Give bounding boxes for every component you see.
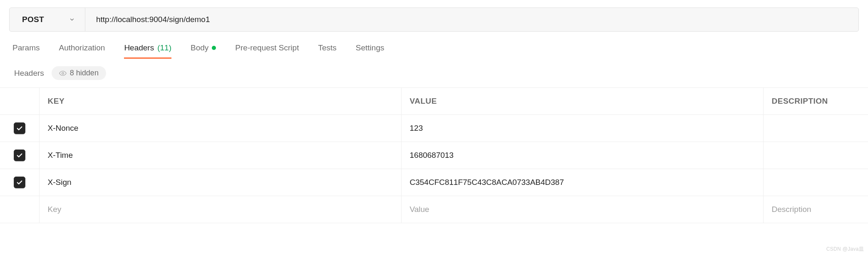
row-checkbox[interactable] bbox=[14, 122, 25, 134]
header-desc-cell[interactable] bbox=[763, 169, 868, 196]
hidden-count-label: 8 hidden bbox=[70, 69, 99, 77]
method-select[interactable]: POST bbox=[10, 8, 85, 31]
column-header-description: DESCRIPTION bbox=[763, 88, 868, 115]
headers-title: Headers bbox=[14, 69, 44, 78]
svg-point-0 bbox=[62, 72, 64, 74]
header-value-input[interactable]: Value bbox=[401, 196, 763, 223]
request-tabs: Params Authorization Headers (11) Body P… bbox=[0, 32, 868, 59]
header-key-cell[interactable]: X-Sign bbox=[39, 169, 401, 196]
tab-tests-label: Tests bbox=[318, 43, 336, 52]
header-desc-input[interactable]: Description bbox=[763, 196, 868, 223]
headers-table: KEY VALUE DESCRIPTION X-Nonce 123 X-Time… bbox=[0, 87, 868, 223]
table-row: X-Nonce 123 bbox=[0, 115, 868, 142]
row-checkbox-cell-empty bbox=[0, 196, 39, 223]
header-key-input[interactable]: Key bbox=[39, 196, 401, 223]
header-key-cell[interactable]: X-Time bbox=[39, 142, 401, 169]
row-checkbox-cell bbox=[0, 169, 39, 196]
url-text: http://localhost:9004/sign/demo1 bbox=[96, 15, 210, 24]
tab-authorization[interactable]: Authorization bbox=[59, 43, 105, 59]
column-header-check bbox=[0, 88, 39, 115]
tab-headers[interactable]: Headers (11) bbox=[124, 43, 171, 59]
column-header-key: KEY bbox=[39, 88, 401, 115]
method-label: POST bbox=[22, 15, 44, 24]
row-checkbox-cell bbox=[0, 142, 39, 169]
tab-prerequest-label: Pre-request Script bbox=[235, 43, 299, 52]
header-value-cell[interactable]: C354CFC811F75C43C8ACA0733AB4D387 bbox=[401, 169, 763, 196]
hidden-headers-toggle[interactable]: 8 hidden bbox=[52, 66, 106, 80]
tab-params[interactable]: Params bbox=[12, 43, 40, 59]
header-value-cell[interactable]: 123 bbox=[401, 115, 763, 142]
tab-settings[interactable]: Settings bbox=[356, 43, 384, 59]
tab-body-label: Body bbox=[191, 43, 208, 52]
headers-subheader: Headers 8 hidden bbox=[0, 59, 868, 86]
tab-prerequest[interactable]: Pre-request Script bbox=[235, 43, 299, 59]
request-bar: POST http://localhost:9004/sign/demo1 bbox=[9, 7, 859, 32]
tab-headers-count: (11) bbox=[157, 43, 171, 52]
eye-icon bbox=[59, 70, 67, 77]
tab-settings-label: Settings bbox=[356, 43, 384, 52]
tab-params-label: Params bbox=[12, 43, 40, 52]
column-header-value: VALUE bbox=[401, 88, 763, 115]
row-checkbox[interactable] bbox=[14, 177, 25, 188]
table-row: X-Time 1680687013 bbox=[0, 142, 868, 169]
row-checkbox-cell bbox=[0, 115, 39, 142]
status-dot-icon bbox=[212, 46, 216, 50]
chevron-down-icon bbox=[69, 17, 75, 22]
tab-authorization-label: Authorization bbox=[59, 43, 105, 52]
tab-tests[interactable]: Tests bbox=[318, 43, 336, 59]
url-input[interactable]: http://localhost:9004/sign/demo1 bbox=[85, 8, 858, 31]
table-header-row: KEY VALUE DESCRIPTION bbox=[0, 88, 868, 115]
header-desc-cell[interactable] bbox=[763, 115, 868, 142]
header-key-cell[interactable]: X-Nonce bbox=[39, 115, 401, 142]
row-checkbox[interactable] bbox=[14, 149, 25, 161]
tab-body[interactable]: Body bbox=[191, 43, 216, 59]
tab-headers-label: Headers bbox=[124, 43, 154, 52]
table-row: X-Sign C354CFC811F75C43C8ACA0733AB4D387 bbox=[0, 169, 868, 196]
header-desc-cell[interactable] bbox=[763, 142, 868, 169]
table-row-new: Key Value Description bbox=[0, 196, 868, 223]
header-value-cell[interactable]: 1680687013 bbox=[401, 142, 763, 169]
